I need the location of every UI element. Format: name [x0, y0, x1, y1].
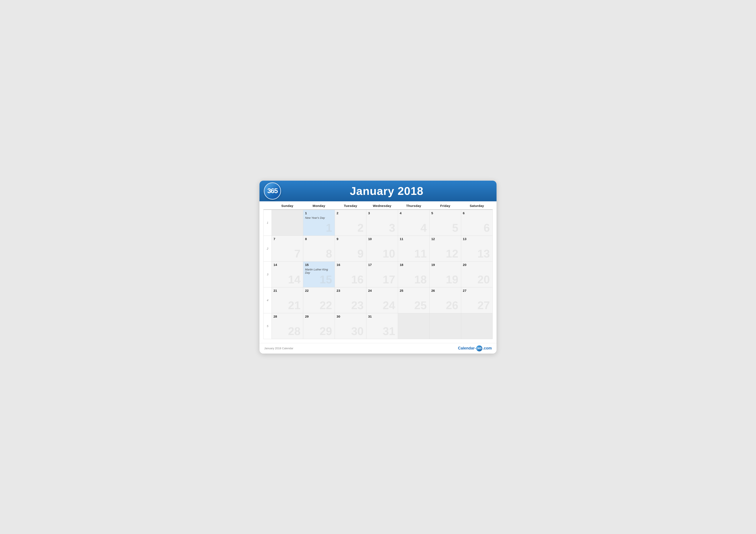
- day-header-sunday: Sunday: [272, 201, 303, 209]
- week-number-3: 3: [263, 262, 272, 288]
- cell-watermark: 18: [414, 274, 427, 285]
- cal-cell-12: 1212: [429, 236, 461, 262]
- day-header-saturday: Saturday: [461, 201, 493, 209]
- cell-watermark: 24: [383, 300, 395, 311]
- cell-watermark: 1: [326, 222, 332, 233]
- cal-cell-14: 1414: [272, 262, 303, 288]
- cal-cell-empty: [461, 313, 493, 339]
- day-headers-row: Sunday Monday Tuesday Wednesday Thursday…: [263, 201, 493, 210]
- cal-cell-6: 66: [461, 210, 493, 236]
- cell-date: 26: [431, 289, 459, 292]
- cal-cell-7: 77: [272, 236, 303, 262]
- cell-date: 28: [274, 315, 301, 318]
- cell-date: 14: [274, 263, 301, 267]
- cell-watermark: 5: [452, 222, 458, 233]
- cell-date: 17: [368, 263, 396, 267]
- cell-watermark: 16: [351, 274, 364, 285]
- cal-cell-17: 1717: [366, 262, 398, 288]
- day-header-monday: Monday: [303, 201, 335, 209]
- cell-watermark: 25: [414, 300, 427, 311]
- cell-event: Martin Luther King Day: [305, 268, 333, 274]
- cell-date: 21: [274, 289, 301, 292]
- cell-date: 18: [400, 263, 428, 267]
- cal-cell-empty: [272, 210, 303, 236]
- cal-cell-4: 44: [398, 210, 429, 236]
- cal-cell-empty: [429, 313, 461, 339]
- cal-cell-20: 2020: [461, 262, 493, 288]
- cell-date: 15: [305, 263, 333, 267]
- cell-watermark: 29: [320, 326, 332, 337]
- week-number-5: 5: [263, 313, 272, 339]
- calendar-header: 365 January 2018: [259, 181, 497, 201]
- cell-watermark: 4: [420, 222, 427, 233]
- cal-cell-23: 2323: [335, 288, 366, 313]
- cell-date: 30: [337, 315, 364, 318]
- cell-watermark: 31: [383, 326, 395, 337]
- week-label-header: [263, 201, 272, 209]
- footer-brand-badge: 365: [476, 345, 482, 351]
- calendar-grid-wrapper: Sunday Monday Tuesday Wednesday Thursday…: [259, 201, 497, 343]
- cell-date: 1: [305, 211, 333, 215]
- cal-cell-15: 1515Martin Luther King Day: [303, 262, 335, 288]
- cal-cell-18: 1818: [398, 262, 429, 288]
- day-header-tuesday: Tuesday: [335, 201, 366, 209]
- cell-watermark: 2: [357, 222, 364, 233]
- cal-cell-2: 22: [335, 210, 366, 236]
- cell-watermark: 19: [446, 274, 458, 285]
- cell-date: 22: [305, 289, 333, 292]
- cell-date: 13: [463, 237, 491, 241]
- cal-cell-21: 2121: [272, 288, 303, 313]
- cell-date: 23: [337, 289, 364, 292]
- cell-watermark: 20: [477, 274, 490, 285]
- cell-watermark: 27: [477, 300, 490, 311]
- cal-cell-22: 2222: [303, 288, 335, 313]
- cell-date: 20: [463, 263, 491, 267]
- day-header-thursday: Thursday: [398, 201, 429, 209]
- cell-watermark: 22: [320, 300, 332, 311]
- cal-cell-27: 2727: [461, 288, 493, 313]
- calendar-footer: January 2018 Calendar Calendar- 365 .com: [259, 343, 497, 354]
- cell-date: 19: [431, 263, 459, 267]
- week-number-4: 4: [263, 288, 272, 313]
- cal-cell-5: 55: [429, 210, 461, 236]
- cell-watermark: 6: [484, 222, 490, 233]
- cell-watermark: 26: [446, 300, 458, 311]
- calendar-title: January 2018: [283, 185, 490, 197]
- cal-cell-9: 99: [335, 236, 366, 262]
- week-number-2: 2: [263, 236, 272, 262]
- calendar-container: 365 January 2018 Sunday Monday Tuesday W…: [259, 181, 497, 354]
- cell-date: 24: [368, 289, 396, 292]
- calendar-body: 111New Year's Day22334455662778899101011…: [263, 210, 493, 339]
- cell-date: 12: [431, 237, 459, 241]
- cell-event: New Year's Day: [305, 216, 333, 219]
- cell-date: 3: [368, 211, 396, 215]
- cell-date: 27: [463, 289, 491, 292]
- cal-cell-26: 2626: [429, 288, 461, 313]
- day-header-wednesday: Wednesday: [366, 201, 398, 209]
- cell-watermark: 14: [288, 274, 301, 285]
- cell-date: 25: [400, 289, 428, 292]
- cal-cell-13: 1313: [461, 236, 493, 262]
- cell-watermark: 10: [383, 248, 395, 259]
- cal-cell-28: 2828: [272, 313, 303, 339]
- cell-date: 9: [337, 237, 364, 241]
- cal-cell-11: 1111: [398, 236, 429, 262]
- cal-cell-3: 33: [366, 210, 398, 236]
- cell-watermark: 17: [383, 274, 395, 285]
- cell-date: 5: [431, 211, 459, 215]
- cal-cell-24: 2424: [366, 288, 398, 313]
- cell-watermark: 12: [446, 248, 458, 259]
- cell-date: 4: [400, 211, 428, 215]
- cell-watermark: 28: [288, 326, 301, 337]
- cell-date: 16: [337, 263, 364, 267]
- cell-date: 8: [305, 237, 333, 241]
- cell-date: 29: [305, 315, 333, 318]
- footer-label: January 2018 Calendar: [264, 347, 293, 350]
- cell-date: 7: [274, 237, 301, 241]
- cell-watermark: 3: [389, 222, 395, 233]
- cal-cell-10: 1010: [366, 236, 398, 262]
- cal-cell-31: 3131: [366, 313, 398, 339]
- cell-date: 10: [368, 237, 396, 241]
- cell-date: 31: [368, 315, 396, 318]
- cal-cell-19: 1919: [429, 262, 461, 288]
